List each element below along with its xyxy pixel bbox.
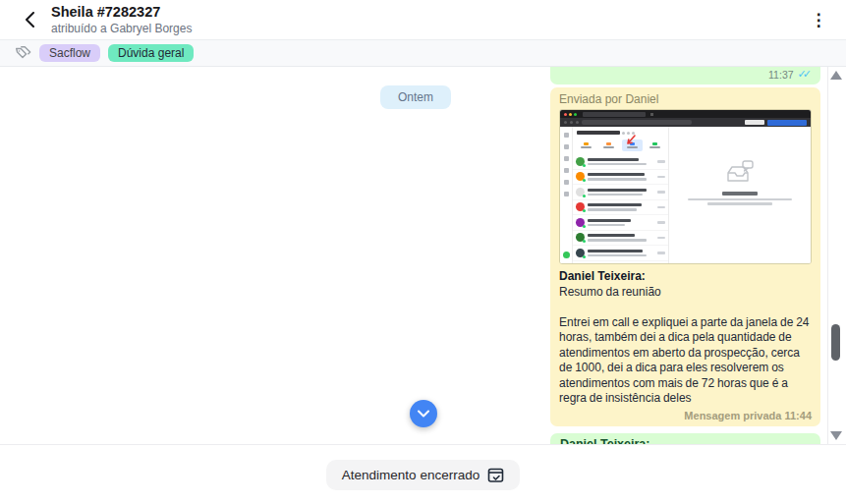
assigned-to-label: atribuído a Gabryel Borges (51, 22, 192, 36)
status-label: Atendimento encerrado (342, 468, 479, 482)
scrollbar-up-arrow[interactable] (830, 71, 842, 80)
tag-badge-duvida-geral[interactable]: Dúvida geral (108, 44, 194, 62)
note-footer: Mensagem privada 11:44 (678, 410, 812, 421)
mock-browser-titlebar (560, 110, 811, 118)
mock-conversation-list (573, 127, 669, 263)
red-arrow-annotation (624, 135, 637, 147)
note-author: Daniel Teixeira: (559, 269, 812, 285)
date-separator: Ontem (380, 85, 451, 109)
mock-app-body (560, 127, 811, 263)
tags-icon (14, 44, 31, 62)
scrollbar-down-arrow[interactable] (830, 431, 842, 440)
note-body: Resumo da reunião Entrei em call e expli… (559, 285, 812, 407)
next-message-author: Daniel Teixeira: (560, 437, 649, 444)
composer-area: Atendimento encerrado (0, 444, 846, 504)
read-receipt-icon: ✓✓ (798, 68, 812, 81)
scrollbar-thumb[interactable] (831, 324, 840, 361)
conversation-view: Sheila #7282327 atribuído a Gabryel Borg… (0, 0, 846, 504)
calendar-check-icon (487, 467, 504, 483)
note-sender-label: Enviada por Daniel (559, 92, 812, 106)
chat-divider (827, 67, 828, 444)
chat-scroll-area[interactable]: Ontem 11:37 ✓✓ Enviada por Daniel (0, 67, 846, 444)
mock-browser-addressbar (560, 118, 811, 127)
message-column: 11:37 ✓✓ Enviada por Daniel (550, 67, 820, 426)
message-time: 11:37 (768, 69, 794, 81)
chevron-down-icon (418, 410, 429, 418)
mock-icon-rail (560, 127, 573, 263)
mock-empty-area (669, 127, 811, 263)
scroll-to-bottom-button[interactable] (410, 400, 437, 427)
conversation-titles: Sheila #7282327 atribuído a Gabryel Borg… (51, 3, 192, 35)
page-title: Sheila #7282327 (51, 3, 192, 21)
conversation-closed-status[interactable]: Atendimento encerrado (326, 460, 520, 490)
kebab-icon: ⋮ (811, 11, 827, 29)
conversation-header: Sheila #7282327 atribuído a Gabryel Borg… (0, 0, 846, 40)
private-note-message: Enviada por Daniel (550, 87, 820, 426)
message-outgoing-next-partial: Daniel Teixeira: (550, 433, 820, 444)
menu-button[interactable]: ⋮ (807, 10, 830, 30)
message-outgoing-partial: 11:37 ✓✓ (550, 67, 820, 84)
attachment-screenshot-image[interactable] (559, 109, 812, 264)
tags-bar: Sacflow Dúvida geral (0, 40, 846, 67)
private-message-label: Mensagem privada (684, 410, 781, 421)
tag-badge-sacflow[interactable]: Sacflow (39, 44, 100, 62)
back-button[interactable] (16, 6, 43, 33)
note-time: 11:44 (784, 410, 812, 421)
chevron-left-icon (25, 12, 35, 28)
